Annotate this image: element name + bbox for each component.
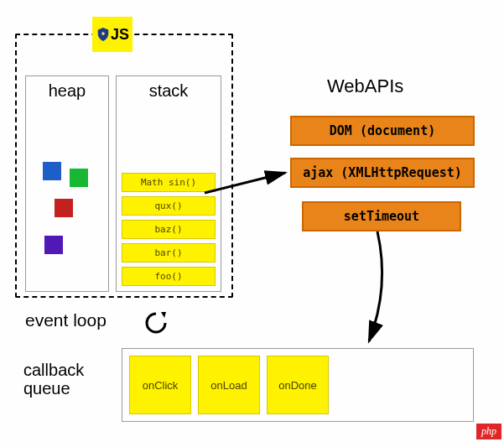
webapis-title: WebAPIs (327, 75, 403, 97)
callback-item: onClick (129, 356, 191, 414)
js-badge-label: JS (111, 26, 129, 44)
arrow-api-to-queue (344, 228, 411, 350)
stack-title: stack (117, 81, 221, 101)
runtime-container: heap stack Math sin() qux() baz() bar() … (15, 34, 233, 298)
webapi-item-ajax: ajax (XMLHttpRequest) (290, 158, 475, 188)
stack-box: stack Math sin() qux() baz() bar() foo() (116, 75, 221, 292)
heap-box: heap (25, 75, 109, 292)
callback-queue-label: callback queue (23, 361, 84, 398)
stack-items: Math sin() qux() baz() bar() foo() (122, 169, 216, 286)
stack-frame: qux() (122, 196, 216, 216)
svg-point-0 (101, 32, 105, 35)
loop-icon (143, 310, 169, 335)
stack-frame: Math sin() (122, 173, 216, 192)
heap-title: heap (26, 81, 108, 101)
stack-frame: foo() (122, 267, 216, 286)
heap-object (44, 236, 63, 254)
heap-object (55, 199, 73, 217)
stack-frame: baz() (122, 220, 216, 239)
callback-item: onLoad (198, 356, 260, 414)
heap-object (43, 162, 61, 180)
shield-icon (96, 27, 111, 42)
webapi-item-dom: DOM (document) (290, 116, 475, 146)
watermark: php (476, 424, 501, 439)
webapi-item-settimeout: setTimeout (302, 201, 461, 231)
callback-queue: onClick onLoad onDone (122, 348, 474, 422)
callback-item: onDone (267, 356, 329, 414)
event-loop-label: event loop (25, 310, 107, 330)
callback-queue-label-text: callback queue (23, 361, 84, 398)
js-badge: JS (92, 17, 132, 52)
heap-object (70, 169, 88, 187)
stack-frame: bar() (122, 243, 216, 263)
